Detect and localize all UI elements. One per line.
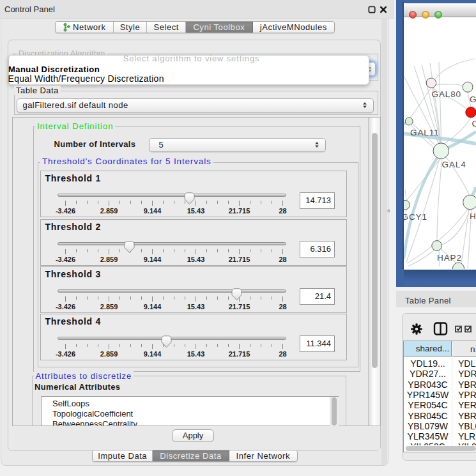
svg-text:HAP2: HAP2: [437, 253, 462, 263]
svg-text:GAL80: GAL80: [432, 89, 462, 99]
svg-text:C: C: [472, 119, 476, 128]
svg-text:GCY1: GCY1: [404, 212, 427, 222]
svg-text:GAL11: GAL11: [410, 128, 440, 137]
svg-text:GA: GA: [470, 95, 476, 104]
svg-text:H: H: [470, 211, 476, 221]
svg-text:GAL4: GAL4: [442, 160, 466, 169]
